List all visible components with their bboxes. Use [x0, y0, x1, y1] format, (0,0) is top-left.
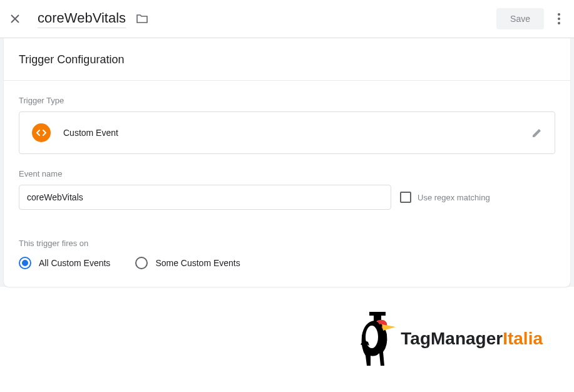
save-button[interactable]: Save [496, 8, 544, 29]
trigger-type-value: Custom Event [63, 128, 118, 138]
header-bar: coreWebVitals Save [0, 0, 574, 38]
radio-icon [19, 257, 31, 269]
trigger-type-label: Trigger Type [19, 96, 555, 105]
radio-icon [135, 257, 148, 269]
regex-checkbox[interactable] [400, 192, 411, 203]
regex-label: Use regex matching [418, 193, 490, 202]
custom-event-icon [32, 123, 51, 142]
radio-some-label: Some Custom Events [155, 258, 240, 268]
event-name-label: Event name [19, 169, 555, 178]
section-title: Trigger Configuration [19, 38, 555, 80]
svg-point-6 [379, 324, 382, 328]
branding-logo: TagManagerItalia [352, 311, 543, 367]
svg-point-2 [558, 22, 560, 24]
fires-on-label: This trigger fires on [19, 239, 555, 248]
svg-point-0 [558, 13, 560, 16]
svg-point-1 [558, 18, 560, 20]
brand-text-2: Italia [503, 329, 543, 348]
close-icon[interactable] [9, 13, 21, 25]
woodpecker-icon [352, 311, 396, 367]
radio-some-events[interactable]: Some Custom Events [135, 257, 240, 269]
more-vert-icon[interactable] [551, 11, 566, 26]
folder-icon[interactable] [136, 13, 148, 25]
section-divider [4, 80, 570, 81]
pencil-icon[interactable] [531, 126, 543, 139]
config-card: Trigger Configuration Trigger Type Custo… [4, 38, 570, 287]
radio-all-label: All Custom Events [39, 258, 110, 268]
svg-point-5 [366, 326, 378, 348]
trigger-type-selector[interactable]: Custom Event [19, 111, 555, 154]
brand-text-1: TagManager [401, 329, 503, 348]
brand-text: TagManagerItalia [401, 329, 543, 349]
event-name-input[interactable] [19, 185, 391, 210]
trigger-name-input[interactable]: coreWebVitals [38, 10, 126, 28]
content-wrapper: Trigger Configuration Trigger Type Custo… [0, 38, 574, 287]
radio-all-events[interactable]: All Custom Events [19, 257, 110, 269]
